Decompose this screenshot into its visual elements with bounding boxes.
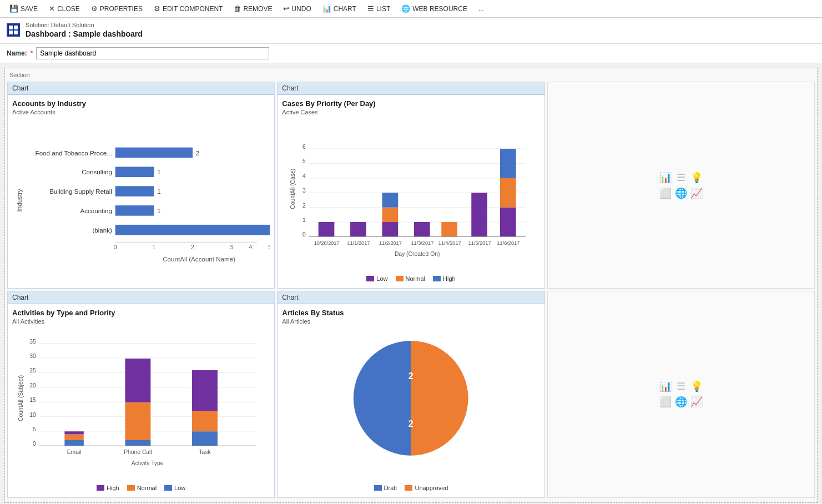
svg-text:0: 0 bbox=[114, 245, 117, 251]
chart-icon: 📊 bbox=[322, 4, 331, 13]
legend-label-normal: Normal bbox=[406, 275, 425, 282]
chart-body-top-middle: Cases By Priority (Per Day) Active Cases… bbox=[278, 95, 544, 286]
save-icon: 💾 bbox=[9, 4, 18, 13]
header-solution: Solution: Default Solution bbox=[26, 21, 143, 29]
list-icon-empty[interactable]: ☰ bbox=[675, 172, 687, 184]
legend-color-unapproved bbox=[405, 485, 412, 491]
square-icon[interactable]: ⬜ bbox=[659, 187, 672, 199]
svg-text:Accounting: Accounting bbox=[80, 207, 112, 214]
web-resource-icon: 🌐 bbox=[401, 4, 410, 13]
section-container: Section Chart Accounts by Industry Activ… bbox=[4, 68, 818, 502]
chart-subtitle-activities: All Activities bbox=[12, 318, 270, 325]
properties-icon: ⚙ bbox=[91, 4, 98, 13]
empty-icons-bottom-right: 📊 ☰ 💡 ⬜ 🌐 📈 bbox=[659, 380, 703, 408]
remove-button[interactable]: 🗑 REMOVE bbox=[229, 2, 277, 15]
chart-header-top-left: Chart bbox=[8, 82, 274, 95]
svg-rect-54 bbox=[500, 178, 516, 208]
svg-text:5: 5 bbox=[33, 426, 36, 432]
globe-icon-2[interactable]: 🌐 bbox=[675, 396, 687, 408]
bar-chart-icon[interactable]: 📊 bbox=[659, 172, 672, 184]
bulb-icon-2[interactable]: 💡 bbox=[690, 380, 703, 392]
svg-text:4: 4 bbox=[249, 245, 253, 251]
edit-component-button[interactable]: ⚙ EDIT COMPONENT bbox=[149, 2, 228, 15]
line-chart-icon-2[interactable]: 📈 bbox=[690, 396, 703, 408]
activities-chart-svg: CountAll (Subject) 0 5 10 15 20 25 30 35 bbox=[12, 328, 270, 481]
svg-text:10: 10 bbox=[29, 412, 36, 418]
svg-text:25: 25 bbox=[29, 367, 36, 374]
legend-color-normal-act bbox=[127, 485, 135, 491]
svg-rect-48 bbox=[382, 208, 399, 222]
svg-rect-85 bbox=[125, 440, 150, 446]
svg-rect-82 bbox=[64, 440, 83, 446]
name-input[interactable] bbox=[36, 47, 269, 59]
svg-text:5: 5 bbox=[268, 245, 270, 251]
svg-text:20: 20 bbox=[29, 382, 36, 389]
chart-body-top-left: Accounts by Industry Active Accounts Ind… bbox=[8, 95, 274, 286]
svg-rect-13 bbox=[115, 187, 154, 197]
bar-chart-icon-2[interactable]: 📊 bbox=[659, 380, 672, 392]
required-marker: * bbox=[31, 49, 33, 57]
svg-text:CountAll (Subject): CountAll (Subject) bbox=[18, 375, 24, 421]
square-icon-2[interactable]: ⬜ bbox=[659, 396, 672, 408]
svg-text:3: 3 bbox=[230, 245, 233, 251]
svg-text:4: 4 bbox=[302, 173, 306, 179]
close-button[interactable]: ✕ CLOSE bbox=[44, 2, 85, 15]
line-chart-icon[interactable]: 📈 bbox=[690, 187, 703, 199]
svg-rect-90 bbox=[192, 370, 218, 411]
svg-rect-83 bbox=[64, 435, 83, 440]
svg-text:1: 1 bbox=[157, 169, 160, 176]
svg-text:Industry: Industry bbox=[16, 189, 23, 211]
legend-normal: Normal bbox=[396, 275, 425, 282]
svg-text:CountAll (Account Name): CountAll (Account Name) bbox=[163, 256, 235, 263]
svg-rect-51 bbox=[442, 223, 458, 237]
svg-rect-49 bbox=[382, 193, 399, 208]
cases-chart-svg: CountAll (Case) 0 1 2 3 4 5 6 bbox=[282, 119, 539, 272]
legend-label-normal-act: Normal bbox=[137, 485, 157, 491]
list-button[interactable]: ☰ LIST bbox=[362, 2, 395, 15]
legend-label-high: High bbox=[443, 275, 456, 282]
edit-component-icon: ⚙ bbox=[154, 4, 160, 13]
globe-icon[interactable]: 🌐 bbox=[675, 187, 687, 199]
svg-text:CountAll (Case): CountAll (Case) bbox=[290, 169, 296, 209]
chart-header-bottom-middle: Chart bbox=[278, 291, 544, 304]
list-icon-empty-2[interactable]: ☰ bbox=[675, 380, 687, 392]
chart-title-cases: Cases By Priority (Per Day) bbox=[282, 99, 539, 108]
articles-legend: Draft Unapproved bbox=[282, 485, 539, 491]
svg-rect-47 bbox=[382, 223, 399, 237]
svg-text:Task: Task bbox=[199, 449, 211, 455]
undo-button[interactable]: ↩ UNDO bbox=[278, 2, 316, 15]
svg-text:1: 1 bbox=[157, 188, 160, 195]
svg-text:0: 0 bbox=[33, 441, 36, 447]
svg-text:2: 2 bbox=[196, 149, 199, 157]
chart-articles-by-status: Chart Articles By Status All Articles 2 … bbox=[277, 291, 544, 498]
svg-rect-53 bbox=[500, 208, 516, 237]
svg-rect-19 bbox=[115, 225, 270, 235]
toolbar: 💾 SAVE ✕ CLOSE ⚙ PROPERTIES ⚙ EDIT COMPO… bbox=[0, 0, 822, 18]
legend-color-draft bbox=[374, 485, 382, 491]
name-label: Name: bbox=[7, 49, 27, 57]
save-button[interactable]: 💾 SAVE bbox=[4, 2, 43, 15]
chart-cell-empty-bottom-right: 📊 ☰ 💡 ⬜ 🌐 📈 bbox=[547, 291, 815, 498]
svg-rect-87 bbox=[125, 359, 150, 402]
svg-rect-1 bbox=[9, 26, 13, 29]
properties-button[interactable]: ⚙ PROPERTIES bbox=[86, 2, 148, 15]
bulb-icon[interactable]: 💡 bbox=[690, 172, 703, 184]
svg-text:Consulting: Consulting bbox=[82, 169, 112, 176]
chart-button[interactable]: 📊 CHART bbox=[317, 2, 361, 15]
web-resource-button[interactable]: 🌐 WEB RESOURCE bbox=[396, 2, 472, 15]
svg-text:(blank): (blank) bbox=[92, 226, 112, 234]
legend-normal-act: Normal bbox=[127, 485, 157, 491]
svg-rect-89 bbox=[192, 411, 218, 432]
more-button[interactable]: ... bbox=[473, 3, 489, 15]
legend-high-act: High bbox=[97, 485, 119, 491]
chart-body-bottom-middle: Articles By Status All Articles 2 2 bbox=[278, 304, 544, 496]
svg-text:15: 15 bbox=[29, 397, 36, 403]
svg-text:11/6/2017: 11/6/2017 bbox=[497, 241, 520, 246]
list-icon: ☰ bbox=[367, 4, 374, 13]
legend-draft: Draft bbox=[374, 485, 397, 491]
svg-text:11/1/2017: 11/1/2017 bbox=[347, 241, 370, 246]
cases-legend: Low Normal High bbox=[282, 275, 539, 282]
svg-rect-16 bbox=[115, 206, 154, 216]
svg-rect-10 bbox=[115, 167, 154, 178]
svg-text:Building Supply Retail: Building Supply Retail bbox=[49, 188, 112, 195]
